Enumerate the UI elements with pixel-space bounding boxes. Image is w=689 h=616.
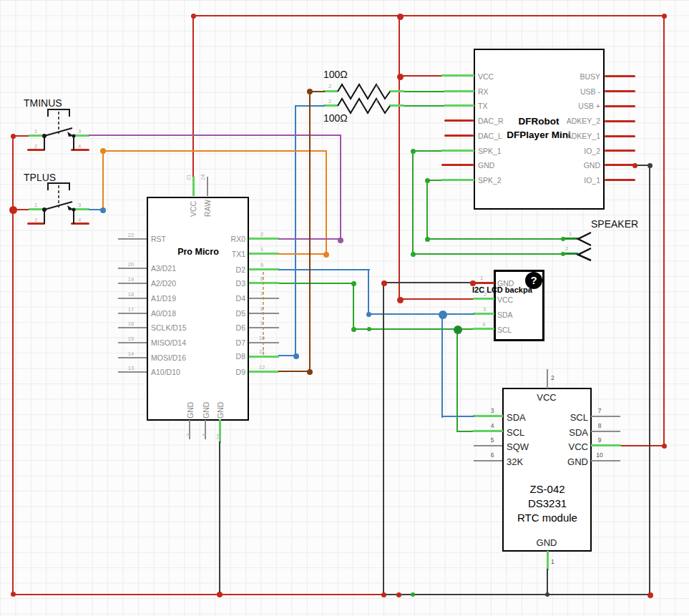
wire-rtc-gnd-drop[interactable] bbox=[547, 569, 548, 595]
pin-tminus-3[interactable] bbox=[73, 135, 89, 137]
wire-vcc-drop[interactable] bbox=[399, 15, 400, 300]
wire-junction[interactable] bbox=[425, 178, 430, 183]
pin-pm-rx0[interactable] bbox=[249, 238, 279, 240]
wire-junction[interactable] bbox=[191, 14, 196, 19]
pin-pm-d2[interactable] bbox=[249, 268, 279, 270]
pin-tplus-1[interactable] bbox=[29, 208, 45, 210]
wire-junction[interactable] bbox=[381, 280, 387, 286]
wire-junction[interactable] bbox=[411, 252, 416, 257]
stub-df-gnd-left[interactable] bbox=[441, 164, 474, 166]
wire-df-gnd-b[interactable] bbox=[649, 165, 650, 595]
wire-junction[interactable] bbox=[367, 327, 371, 331]
pin-df-spk2[interactable] bbox=[441, 179, 474, 181]
pin-pm-d5[interactable] bbox=[249, 313, 279, 314]
wire-vcc-right-drop[interactable] bbox=[663, 15, 665, 446]
pin-pm-a2[interactable] bbox=[118, 283, 147, 284]
wire-spk1-c[interactable] bbox=[412, 253, 564, 255]
pin-rtc-sda8[interactable] bbox=[591, 431, 620, 432]
pin-rtc-32k[interactable] bbox=[474, 460, 502, 461]
wire-sda-rtc-drop[interactable] bbox=[441, 313, 443, 418]
stub-df-busy[interactable] bbox=[605, 75, 635, 77]
pin-pm-rst[interactable] bbox=[118, 238, 147, 240]
pin-tplus-3[interactable] bbox=[73, 208, 89, 210]
pin-pm-miso[interactable] bbox=[118, 342, 147, 343]
wire-junction[interactable] bbox=[632, 163, 637, 168]
wire-junction[interactable] bbox=[217, 592, 223, 597]
wire-junction[interactable] bbox=[545, 592, 549, 597]
pin-lcd-vcc[interactable] bbox=[473, 298, 494, 300]
pin-pm-vcc[interactable] bbox=[192, 177, 195, 196]
wire-pm-gnd-drop[interactable] bbox=[219, 441, 220, 595]
wire-tplus-tx1-d[interactable] bbox=[278, 253, 327, 255]
wire-spk1-a[interactable] bbox=[412, 150, 442, 152]
stub-lcd-gnd[interactable] bbox=[472, 282, 494, 284]
pin-df-tx[interactable] bbox=[444, 104, 474, 107]
pin-rtc-scl[interactable] bbox=[473, 430, 503, 432]
wire-junction[interactable] bbox=[648, 592, 653, 598]
pin-df-vcc[interactable] bbox=[441, 74, 474, 77]
wire-gnd-rail-right[interactable] bbox=[383, 594, 650, 595]
wire-junction[interactable] bbox=[11, 592, 16, 597]
wire-d8-b[interactable] bbox=[295, 105, 296, 356]
wire-junction[interactable] bbox=[366, 312, 371, 317]
pin-pm-d8[interactable] bbox=[249, 356, 279, 358]
wire-junction[interactable] bbox=[425, 237, 430, 242]
pin-rtc-sqw[interactable] bbox=[474, 445, 502, 446]
wire-tplus-tx1-a[interactable] bbox=[102, 150, 104, 210]
wire-vcc-dfplayer[interactable] bbox=[399, 75, 443, 77]
wire-junction[interactable] bbox=[648, 163, 653, 168]
pin-r1-1[interactable] bbox=[389, 90, 404, 92]
pin-pm-mosi[interactable] bbox=[118, 357, 147, 358]
wire-spk2-c[interactable] bbox=[426, 238, 564, 240]
wire-junction[interactable] bbox=[561, 252, 565, 256]
wire-junction[interactable] bbox=[338, 238, 343, 243]
pin-pm-d7[interactable] bbox=[249, 342, 279, 343]
wire-junction[interactable] bbox=[351, 327, 356, 332]
wire-vcc-top-rail[interactable] bbox=[192, 15, 665, 16]
pin-rtc-gnd10[interactable] bbox=[591, 460, 620, 461]
pin-rtc-sda[interactable] bbox=[473, 415, 503, 417]
wire-lcd-gnd-a[interactable] bbox=[383, 282, 474, 283]
wire-junction[interactable] bbox=[293, 353, 299, 359]
stub-df-dacl[interactable] bbox=[444, 135, 474, 137]
stub-df-adkey2[interactable] bbox=[605, 120, 635, 122]
wire-r1-dfrx[interactable] bbox=[404, 91, 446, 92]
wire-r2-dftx[interactable] bbox=[404, 105, 446, 107]
wire-junction[interactable] bbox=[411, 149, 416, 154]
wire-junction[interactable] bbox=[397, 74, 404, 80]
stub-df-io2[interactable] bbox=[605, 150, 635, 152]
wire-junction[interactable] bbox=[9, 206, 17, 214]
pin-pm-raw[interactable] bbox=[207, 177, 208, 196]
wire-vcc-rtc[interactable] bbox=[620, 445, 664, 446]
pin-r1-2[interactable] bbox=[323, 90, 338, 92]
wire-junction[interactable] bbox=[662, 14, 667, 19]
stub-df-io1[interactable] bbox=[605, 179, 635, 181]
pin-pm-a10[interactable] bbox=[118, 371, 147, 373]
stub-df-adkey1[interactable] bbox=[605, 135, 635, 137]
wire-scl-drop[interactable] bbox=[353, 283, 354, 330]
stub-df-gnd-right[interactable] bbox=[605, 164, 635, 166]
pin-pm-tx1[interactable] bbox=[249, 253, 279, 255]
wire-junction[interactable] bbox=[662, 444, 667, 449]
wire-junction[interactable] bbox=[454, 326, 462, 334]
wire-vcc-lcd[interactable] bbox=[399, 298, 474, 300]
stub-df-usb-minus[interactable] bbox=[605, 90, 635, 92]
wire-junction[interactable] bbox=[11, 134, 16, 139]
wire-junction[interactable] bbox=[561, 237, 565, 241]
wire-tminus-rx0-b[interactable] bbox=[340, 135, 341, 240]
wire-gnd-rail-left[interactable] bbox=[12, 594, 384, 595]
wire-junction[interactable] bbox=[397, 297, 404, 303]
pin-rtc-scl7[interactable] bbox=[591, 416, 620, 417]
pin-pm-a0[interactable] bbox=[118, 313, 147, 314]
pin-rtc-vcc2[interactable] bbox=[547, 369, 548, 388]
wire-d9-b[interactable] bbox=[309, 91, 311, 372]
stub-df-dacr[interactable] bbox=[444, 119, 474, 122]
pin-pm-d4[interactable] bbox=[249, 298, 279, 299]
wire-d2-sda-a[interactable] bbox=[278, 269, 370, 270]
pin-df-rx[interactable] bbox=[444, 90, 474, 92]
pin-tminus-1[interactable] bbox=[29, 135, 45, 137]
wire-junction[interactable] bbox=[381, 592, 386, 597]
pin-pm-d6[interactable] bbox=[249, 327, 279, 328]
wire-junction[interactable] bbox=[411, 592, 415, 597]
stub-df-usb-plus[interactable] bbox=[605, 105, 635, 107]
